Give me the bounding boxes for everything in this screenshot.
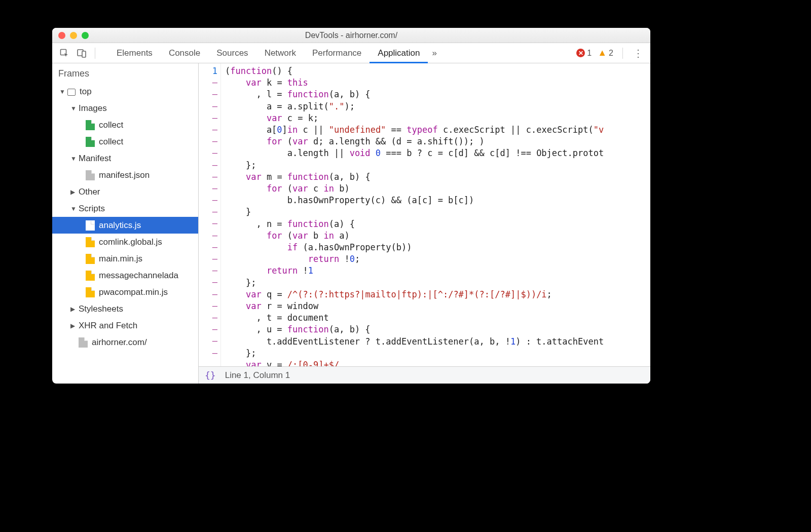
tree-node-images[interactable]: ▼ Images	[52, 100, 198, 117]
device-toggle-icon[interactable]	[75, 46, 89, 60]
fold-marker-icon[interactable]: –	[212, 78, 217, 88]
fold-marker-icon[interactable]: –	[212, 231, 217, 241]
script-file-icon	[86, 220, 95, 231]
fold-marker-icon[interactable]: –	[212, 289, 217, 299]
fold-marker-icon[interactable]: –	[212, 101, 217, 111]
tree-label: messagechannelada	[99, 271, 178, 281]
tab-application[interactable]: Application	[370, 43, 428, 63]
tab-network[interactable]: Network	[256, 43, 304, 63]
tree-label: collect	[99, 137, 123, 147]
settings-kebab-icon[interactable]: ⋮	[629, 47, 647, 59]
pretty-print-icon[interactable]: {}	[205, 370, 216, 381]
zoom-window-button[interactable]	[82, 32, 89, 39]
inspect-element-icon[interactable]	[57, 46, 71, 60]
script-file-icon	[86, 271, 95, 281]
chevron-right-icon: ▶	[70, 306, 77, 313]
tab-elements[interactable]: Elements	[108, 43, 161, 63]
fold-marker-icon[interactable]: –	[212, 277, 217, 287]
cursor-position: Line 1, Column 1	[225, 370, 290, 381]
chevron-down-icon: ▼	[70, 105, 77, 112]
tree-item-script-selected[interactable]: analytics.js	[52, 217, 198, 234]
close-window-button[interactable]	[58, 32, 65, 39]
fold-marker-icon[interactable]: –	[212, 125, 217, 135]
tree-label: pwacompat.min.js	[99, 287, 168, 297]
tree-label: analytics.js	[99, 220, 141, 231]
image-file-icon	[86, 137, 95, 147]
fold-marker-icon[interactable]: –	[212, 207, 217, 217]
script-file-icon	[86, 237, 95, 247]
chevron-down-icon: ▼	[70, 155, 77, 162]
tree-item-script[interactable]: pwacompat.min.js	[52, 284, 198, 300]
fold-marker-icon[interactable]: –	[212, 218, 217, 229]
fold-marker-icon[interactable]: –	[212, 336, 217, 346]
fold-marker-icon[interactable]: –	[212, 89, 217, 99]
warning-count-badge[interactable]: ▲ 2	[598, 48, 613, 58]
error-count-badge[interactable]: ✕ 1	[576, 49, 592, 58]
panel-tabs: Elements Console Sources Network Perform…	[108, 43, 441, 63]
tree-node-other[interactable]: ▶ Other	[52, 183, 198, 200]
error-icon: ✕	[576, 49, 585, 57]
sidebar-heading: Frames	[52, 63, 198, 83]
warning-count: 2	[609, 49, 613, 58]
script-file-icon	[86, 287, 95, 297]
tree-label: Stylesheets	[79, 304, 123, 314]
chevron-down-icon: ▼	[59, 88, 65, 95]
fold-marker-icon[interactable]: –	[212, 348, 217, 358]
fold-marker-icon[interactable]: –	[212, 195, 217, 205]
fold-marker-icon[interactable]: –	[212, 136, 217, 146]
tree-label: Other	[79, 187, 100, 197]
tree-node-top[interactable]: ▼ top	[52, 83, 198, 100]
minimize-window-button[interactable]	[70, 32, 77, 39]
fold-marker-icon[interactable]: –	[212, 301, 217, 311]
source-code[interactable]: (function() { var k = this , l = functio…	[221, 63, 650, 366]
tree-label: top	[80, 87, 92, 97]
fold-marker-icon[interactable]: –	[212, 242, 217, 252]
source-viewer: 1 – – – – – – – – – – – – – – – –	[199, 63, 650, 384]
tree-node-scripts[interactable]: ▼ Scripts	[52, 200, 198, 217]
fold-marker-icon[interactable]: –	[212, 148, 217, 158]
tree-item-script[interactable]: main.min.js	[52, 250, 198, 267]
fold-marker-icon[interactable]: –	[212, 172, 217, 182]
fold-marker-icon[interactable]: –	[212, 265, 217, 276]
tree-item-image[interactable]: collect	[52, 133, 198, 150]
devtools-window: DevTools - airhorner.com/ Elements Conso…	[52, 28, 650, 384]
tree-item-script[interactable]: messagechannelada	[52, 267, 198, 284]
tree-label: XHR and Fetch	[79, 321, 137, 331]
tree-label: main.min.js	[99, 254, 142, 264]
tree-node-stylesheets[interactable]: ▶ Stylesheets	[52, 300, 198, 317]
devtools-tabbar: Elements Console Sources Network Perform…	[52, 43, 650, 63]
tree-node-xhr[interactable]: ▶ XHR and Fetch	[52, 317, 198, 334]
tree-label: Manifest	[79, 154, 111, 164]
image-file-icon	[86, 120, 95, 130]
frame-icon	[67, 89, 76, 96]
tab-console[interactable]: Console	[161, 43, 208, 63]
tree-label: manifest.json	[99, 170, 150, 180]
tree-item-image[interactable]: collect	[52, 117, 198, 133]
window-title: DevTools - airhorner.com/	[52, 31, 650, 40]
separator	[95, 48, 95, 59]
tree-item-manifest[interactable]: manifest.json	[52, 167, 198, 183]
script-file-icon	[86, 254, 95, 264]
fold-marker-icon[interactable]: –	[212, 313, 217, 323]
tree-label: Scripts	[79, 204, 105, 214]
warning-icon: ▲	[598, 48, 607, 58]
code-area[interactable]: 1 – – – – – – – – – – – – – – – –	[199, 63, 650, 366]
tree-node-manifest[interactable]: ▼ Manifest	[52, 150, 198, 167]
tree-item-root-file[interactable]: airhorner.com/	[52, 334, 198, 351]
fold-marker-icon[interactable]: –	[212, 324, 217, 334]
tabs-overflow-button[interactable]: »	[428, 43, 440, 63]
tree-label: collect	[99, 120, 123, 130]
separator	[622, 48, 623, 59]
fold-marker-icon[interactable]: –	[212, 254, 217, 264]
tab-sources[interactable]: Sources	[208, 43, 256, 63]
svg-rect-2	[82, 51, 86, 57]
titlebar: DevTools - airhorner.com/	[52, 28, 650, 43]
tree-item-script[interactable]: comlink.global.js	[52, 234, 198, 250]
tab-performance[interactable]: Performance	[304, 43, 370, 63]
fold-marker-icon[interactable]: –	[212, 183, 217, 194]
source-statusbar: {} Line 1, Column 1	[199, 366, 650, 384]
frames-sidebar: Frames ▼ top ▼ Images collect colle	[52, 63, 199, 384]
error-count: 1	[587, 49, 592, 58]
fold-marker-icon[interactable]: –	[212, 113, 217, 123]
fold-marker-icon[interactable]: –	[212, 160, 217, 170]
